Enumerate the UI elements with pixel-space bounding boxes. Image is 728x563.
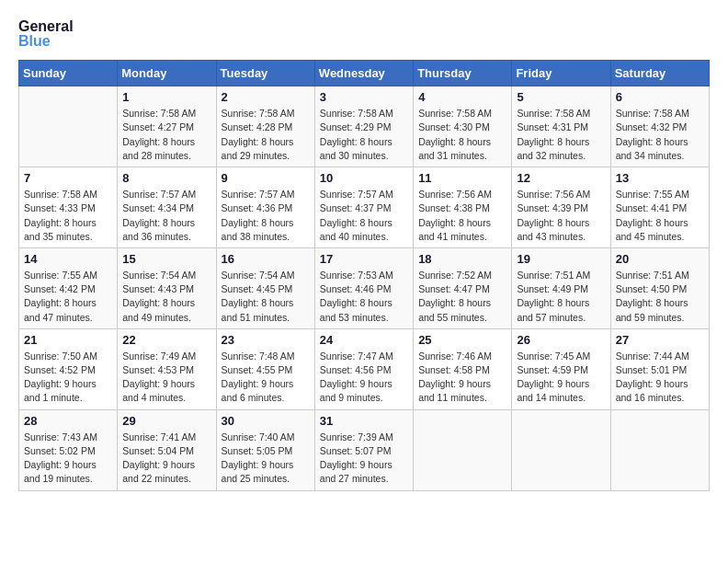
calendar-cell: 28Sunrise: 7:43 AMSunset: 5:02 PMDayligh… <box>19 409 118 490</box>
calendar-cell: 22Sunrise: 7:49 AMSunset: 4:53 PMDayligh… <box>118 328 216 409</box>
day-detail: Sunrise: 7:58 AMSunset: 4:31 PMDaylight:… <box>517 107 605 163</box>
calendar-cell: 31Sunrise: 7:39 AMSunset: 5:07 PMDayligh… <box>314 409 413 490</box>
day-number: 9 <box>222 171 310 185</box>
calendar-cell: 10Sunrise: 7:57 AMSunset: 4:37 PMDayligh… <box>314 167 413 248</box>
calendar-cell: 18Sunrise: 7:52 AMSunset: 4:47 PMDayligh… <box>414 247 512 328</box>
day-number: 20 <box>616 252 704 266</box>
day-detail: Sunrise: 7:53 AMSunset: 4:46 PMDaylight:… <box>320 269 408 325</box>
calendar-cell: 24Sunrise: 7:47 AMSunset: 4:56 PMDayligh… <box>314 328 413 409</box>
calendar-week-3: 14Sunrise: 7:55 AMSunset: 4:42 PMDayligh… <box>19 247 710 328</box>
calendar-cell <box>512 409 610 490</box>
calendar-cell <box>19 86 118 167</box>
day-number: 5 <box>517 90 605 104</box>
calendar-cell <box>414 409 512 490</box>
calendar-cell: 5Sunrise: 7:58 AMSunset: 4:31 PMDaylight… <box>512 86 610 167</box>
day-detail: Sunrise: 7:58 AMSunset: 4:29 PMDaylight:… <box>320 107 408 163</box>
calendar-cell: 15Sunrise: 7:54 AMSunset: 4:43 PMDayligh… <box>118 247 216 328</box>
day-detail: Sunrise: 7:56 AMSunset: 4:38 PMDaylight:… <box>418 188 506 244</box>
weekday-header-sunday: Sunday <box>19 61 118 86</box>
calendar-cell: 25Sunrise: 7:46 AMSunset: 4:58 PMDayligh… <box>414 328 512 409</box>
day-number: 2 <box>222 90 310 104</box>
day-detail: Sunrise: 7:55 AMSunset: 4:41 PMDaylight:… <box>616 188 704 244</box>
calendar-cell: 14Sunrise: 7:55 AMSunset: 4:42 PMDayligh… <box>19 247 118 328</box>
day-detail: Sunrise: 7:51 AMSunset: 4:49 PMDaylight:… <box>517 269 605 325</box>
day-detail: Sunrise: 7:46 AMSunset: 4:58 PMDaylight:… <box>418 350 506 406</box>
day-number: 27 <box>616 333 704 347</box>
day-detail: Sunrise: 7:54 AMSunset: 4:43 PMDaylight:… <box>122 269 210 325</box>
day-number: 22 <box>122 333 210 347</box>
day-number: 21 <box>24 333 112 347</box>
calendar-week-5: 28Sunrise: 7:43 AMSunset: 5:02 PMDayligh… <box>19 409 710 490</box>
day-detail: Sunrise: 7:58 AMSunset: 4:27 PMDaylight:… <box>122 107 210 163</box>
calendar-cell: 30Sunrise: 7:40 AMSunset: 5:05 PMDayligh… <box>216 409 314 490</box>
day-number: 17 <box>320 252 408 266</box>
day-detail: Sunrise: 7:57 AMSunset: 4:36 PMDaylight:… <box>222 188 310 244</box>
calendar-cell: 17Sunrise: 7:53 AMSunset: 4:46 PMDayligh… <box>314 247 413 328</box>
page-header: General Blue General Blue <box>18 18 710 49</box>
day-number: 6 <box>616 90 704 104</box>
day-number: 4 <box>418 90 506 104</box>
day-number: 30 <box>222 414 310 428</box>
day-number: 13 <box>616 171 704 185</box>
weekday-header-friday: Friday <box>512 61 610 86</box>
weekday-header-tuesday: Tuesday <box>216 61 314 86</box>
calendar-header: SundayMondayTuesdayWednesdayThursdayFrid… <box>19 61 710 86</box>
day-number: 31 <box>320 414 408 428</box>
day-detail: Sunrise: 7:52 AMSunset: 4:47 PMDaylight:… <box>418 269 506 325</box>
calendar-table: SundayMondayTuesdayWednesdayThursdayFrid… <box>18 60 710 490</box>
calendar-cell: 7Sunrise: 7:58 AMSunset: 4:33 PMDaylight… <box>19 167 118 248</box>
calendar-cell <box>610 409 709 490</box>
day-number: 14 <box>24 252 112 266</box>
weekday-header-saturday: Saturday <box>610 61 709 86</box>
day-number: 18 <box>418 252 506 266</box>
day-detail: Sunrise: 7:48 AMSunset: 4:55 PMDaylight:… <box>222 350 310 406</box>
day-detail: Sunrise: 7:39 AMSunset: 5:07 PMDaylight:… <box>320 431 408 487</box>
weekday-header-wednesday: Wednesday <box>314 61 413 86</box>
day-detail: Sunrise: 7:54 AMSunset: 4:45 PMDaylight:… <box>222 269 310 325</box>
day-detail: Sunrise: 7:58 AMSunset: 4:30 PMDaylight:… <box>418 107 506 163</box>
day-detail: Sunrise: 7:55 AMSunset: 4:42 PMDaylight:… <box>24 269 112 325</box>
day-detail: Sunrise: 7:47 AMSunset: 4:56 PMDaylight:… <box>320 350 408 406</box>
day-number: 23 <box>222 333 310 347</box>
calendar-cell: 4Sunrise: 7:58 AMSunset: 4:30 PMDaylight… <box>414 86 512 167</box>
logo-blue: Blue <box>18 33 74 50</box>
logo: General Blue General Blue <box>18 18 74 49</box>
day-number: 15 <box>122 252 210 266</box>
day-number: 24 <box>320 333 408 347</box>
calendar-cell: 21Sunrise: 7:50 AMSunset: 4:52 PMDayligh… <box>19 328 118 409</box>
calendar-week-4: 21Sunrise: 7:50 AMSunset: 4:52 PMDayligh… <box>19 328 710 409</box>
weekday-header-thursday: Thursday <box>414 61 512 86</box>
calendar-cell: 29Sunrise: 7:41 AMSunset: 5:04 PMDayligh… <box>118 409 216 490</box>
calendar-cell: 2Sunrise: 7:58 AMSunset: 4:28 PMDaylight… <box>216 86 314 167</box>
calendar-cell: 1Sunrise: 7:58 AMSunset: 4:27 PMDaylight… <box>118 86 216 167</box>
day-number: 25 <box>418 333 506 347</box>
calendar-cell: 27Sunrise: 7:44 AMSunset: 5:01 PMDayligh… <box>610 328 709 409</box>
day-detail: Sunrise: 7:43 AMSunset: 5:02 PMDaylight:… <box>24 431 112 487</box>
day-number: 29 <box>122 414 210 428</box>
calendar-cell: 11Sunrise: 7:56 AMSunset: 4:38 PMDayligh… <box>414 167 512 248</box>
day-number: 11 <box>418 171 506 185</box>
calendar-cell: 23Sunrise: 7:48 AMSunset: 4:55 PMDayligh… <box>216 328 314 409</box>
day-detail: Sunrise: 7:50 AMSunset: 4:52 PMDaylight:… <box>24 350 112 406</box>
calendar-week-2: 7Sunrise: 7:58 AMSunset: 4:33 PMDaylight… <box>19 167 710 248</box>
calendar-cell: 16Sunrise: 7:54 AMSunset: 4:45 PMDayligh… <box>216 247 314 328</box>
day-number: 3 <box>320 90 408 104</box>
day-detail: Sunrise: 7:51 AMSunset: 4:50 PMDaylight:… <box>616 269 704 325</box>
day-number: 7 <box>24 171 112 185</box>
calendar-body: 1Sunrise: 7:58 AMSunset: 4:27 PMDaylight… <box>19 86 710 490</box>
calendar-cell: 9Sunrise: 7:57 AMSunset: 4:36 PMDaylight… <box>216 167 314 248</box>
calendar-cell: 13Sunrise: 7:55 AMSunset: 4:41 PMDayligh… <box>610 167 709 248</box>
day-number: 26 <box>517 333 605 347</box>
day-number: 16 <box>222 252 310 266</box>
calendar-week-1: 1Sunrise: 7:58 AMSunset: 4:27 PMDaylight… <box>19 86 710 167</box>
calendar-cell: 26Sunrise: 7:45 AMSunset: 4:59 PMDayligh… <box>512 328 610 409</box>
day-detail: Sunrise: 7:45 AMSunset: 4:59 PMDaylight:… <box>517 350 605 406</box>
day-number: 12 <box>517 171 605 185</box>
day-number: 19 <box>517 252 605 266</box>
calendar-cell: 12Sunrise: 7:56 AMSunset: 4:39 PMDayligh… <box>512 167 610 248</box>
day-number: 8 <box>122 171 210 185</box>
day-number: 1 <box>122 90 210 104</box>
calendar-cell: 8Sunrise: 7:57 AMSunset: 4:34 PMDaylight… <box>118 167 216 248</box>
day-number: 10 <box>320 171 408 185</box>
calendar-cell: 6Sunrise: 7:58 AMSunset: 4:32 PMDaylight… <box>610 86 709 167</box>
